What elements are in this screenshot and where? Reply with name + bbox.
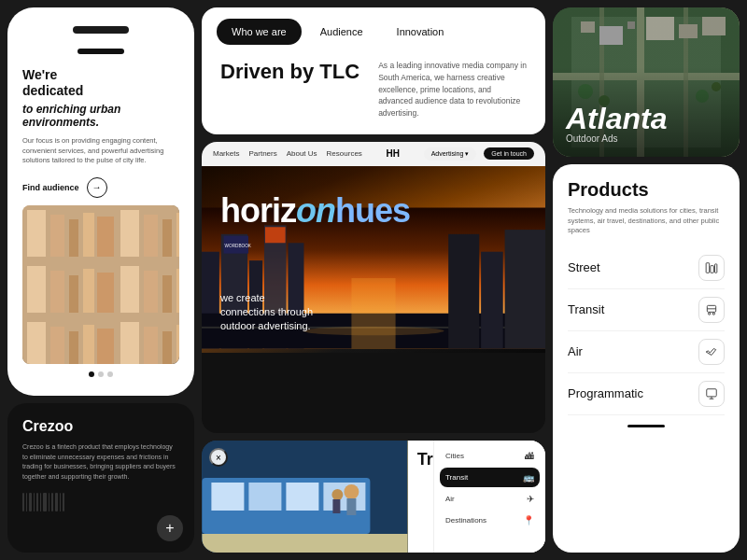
transit-panel-transit[interactable]: Transit 🚌 [440,468,540,487]
nav-links: Markets Partners About Us Resources [213,149,362,158]
product-item-street[interactable]: Street [568,247,725,289]
transit-panel-air[interactable]: Air ✈ [440,489,540,509]
phone-headline-italic: to enriching urban environments. [22,103,179,130]
phone-mockup-top: We're dedicated to enriching urban envir… [7,7,194,396]
nav-resources[interactable]: Resources [327,149,362,158]
svg-point-43 [331,489,343,500]
products-title: Products [568,179,725,201]
svg-rect-7 [50,262,56,268]
nav-markets[interactable]: Markets [213,149,239,158]
cities-label: Cities [445,452,464,460]
svg-point-41 [344,484,359,499]
svg-rect-39 [323,483,365,511]
svg-rect-4 [25,277,29,281]
website-mockup: Markets Partners About Us Resources HH A… [202,142,545,433]
svg-rect-6 [43,262,49,268]
programmatic-label: Programmatic [568,386,643,400]
product-item-transit[interactable]: Transit [568,289,725,331]
svg-rect-44 [332,499,340,513]
phone-dots [22,371,179,377]
svg-rect-14 [137,272,150,319]
left-column: We're dedicated to enriching urban envir… [7,7,194,553]
get-in-touch-button[interactable]: Get in touch [484,147,534,160]
driven-desc: As a leading innovative media company in… [378,60,527,119]
transit-scene-svg [202,441,408,553]
svg-rect-17 [96,298,105,319]
programmatic-icon [698,381,725,407]
svg-rect-40 [202,534,407,553]
transit-label: Transit [568,302,604,316]
city-image-svg [22,205,179,364]
svg-rect-3 [30,271,34,274]
svg-rect-15 [153,259,179,319]
cities-icon: 🏙 [525,451,534,461]
svg-rect-12 [101,267,117,319]
atlanta-text: Atlanta Outdoor Ads [566,104,667,144]
hero-title-horiz: horiz [220,191,296,230]
svg-rect-36 [211,483,244,511]
atlanta-card: Atlanta Outdoor Ads [553,7,740,157]
svg-rect-1 [22,267,38,319]
svg-rect-8 [62,276,75,320]
svg-rect-16 [22,302,179,320]
nav-about[interactable]: About Us [287,149,317,158]
nav-right: Advertising ▾ Get in touch [424,147,534,161]
air-icon [698,339,725,365]
hero-subtitle: we create connections through outdoor ad… [220,291,313,334]
driven-title: Driven by TLC [220,60,359,119]
phone-notch [78,49,124,54]
svg-point-33 [303,327,444,335]
street-label: Street [568,260,600,274]
find-audience-button[interactable]: Find audience → [22,177,179,198]
svg-rect-62 [711,265,714,273]
nav-partners[interactable]: Partners [248,149,276,158]
arrow-icon: → [87,177,107,198]
svg-rect-10 [79,259,86,265]
product-item-programmatic[interactable]: Programmatic [568,373,725,415]
right-column: Atlanta Outdoor Ads Products Technology … [553,7,740,553]
tabs-content: Driven by TLC As a leading innovative me… [202,45,545,134]
transit-close-button[interactable]: × [209,448,228,467]
dot-active [89,371,94,377]
tabs-card: Who we are Audience Innovation Driven by… [202,7,545,134]
transit-panel-cities[interactable]: Cities 🏙 [440,446,540,466]
home-indicator [627,425,665,427]
dot [98,371,104,377]
barcode-decoration [22,493,179,511]
product-item-air[interactable]: Air [568,331,725,373]
hero-title-hues: hues [335,191,410,230]
air-label: Air [568,344,583,358]
advertising-button[interactable]: Advertising ▾ [424,147,477,161]
svg-rect-2 [25,271,29,274]
transit-panel: Cities 🏙 Transit 🚌 Air ✈ Destinations 📍 [433,441,545,553]
svg-rect-29 [351,278,395,348]
destinations-label: Destinations [445,516,486,525]
products-card: Products Technology and media solutions … [553,164,740,553]
tab-innovation[interactable]: Innovation [382,19,459,45]
svg-rect-0 [22,250,179,320]
svg-rect-38 [286,483,318,511]
svg-point-65 [709,312,711,314]
transit-panel-destinations[interactable]: Destinations 📍 [440,511,540,530]
hero-title: horizonhues [220,194,410,228]
air-icon: ✈ [527,494,534,504]
tabs-bar: Who we are Audience Innovation [202,7,545,45]
svg-rect-68 [707,388,717,396]
svg-rect-42 [346,498,356,515]
tab-audience[interactable]: Audience [305,19,378,45]
crezoo-brand: Crezoo [22,418,179,435]
tab-who-we-are[interactable]: Who we are [217,19,302,45]
svg-rect-11 [88,259,94,265]
svg-rect-32 [505,230,545,348]
air-label: Air [445,495,455,503]
transit-image-area: × [202,441,408,553]
dot [107,371,113,377]
hero-title-on: on [296,191,335,230]
hero-area: WORDBOOK horizonhues we create co [202,166,545,353]
add-button[interactable]: + [157,515,183,541]
svg-rect-31 [481,251,503,348]
transit-mockup: × Transform Cities [202,441,545,553]
phone-subtext: Our focus is on providing engaging conte… [22,136,179,166]
svg-rect-5 [40,259,60,319]
phone-headline: We're dedicated [22,67,179,99]
